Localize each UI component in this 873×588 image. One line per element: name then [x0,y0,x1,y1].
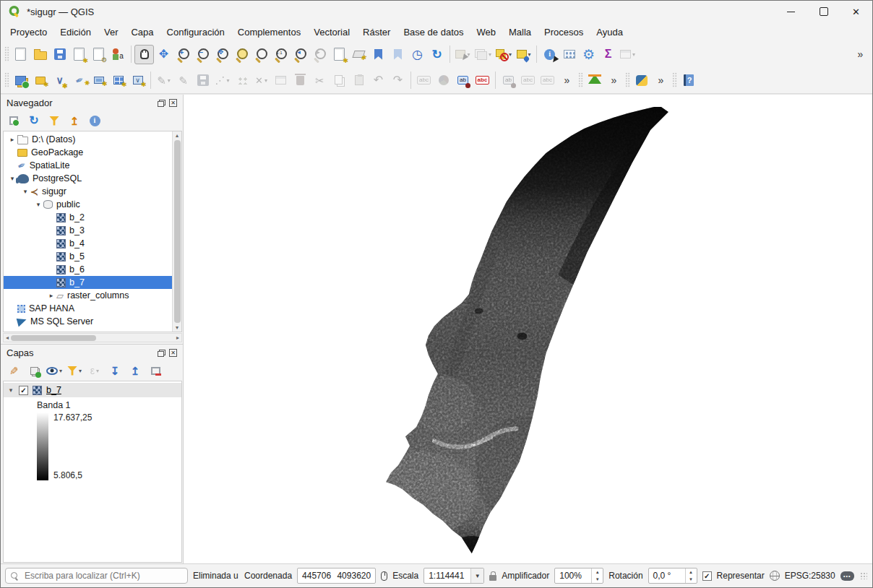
browser-collapse-all-button[interactable]: ↥ [66,113,83,129]
crs-status[interactable]: EPSG:25830 [785,571,835,581]
vertex-tool-button[interactable]: ✕▾ [251,71,271,90]
layers-remove-button[interactable] [147,363,164,379]
browser-item-b-5[interactable]: b_5 [4,250,172,263]
save-layer-edits-button[interactable] [193,71,212,90]
label-toolbar-overflow-button[interactable]: » [557,71,577,90]
minimize-icon[interactable] [775,1,807,22]
layer-diagram-options-button[interactable] [434,71,453,90]
render-checkbox[interactable]: ✓ [702,571,712,581]
temporal-controller-button[interactable]: ◷ [408,45,427,64]
layer-visibility-checkbox[interactable]: ✓ [19,386,28,395]
browser-item-b-2[interactable]: b_2 [4,211,172,224]
panel-close-icon[interactable] [169,99,177,107]
copy-features-button[interactable] [330,71,349,90]
new-project-button[interactable] [11,45,30,64]
refresh-map-button[interactable]: ↻ [427,45,447,64]
layers-collapse-all-button[interactable]: ↥ [126,363,144,379]
layers-manage-map-themes-button[interactable]: ▾ [46,363,63,379]
magnifier-value[interactable]: 100% [555,568,591,583]
layers-add-group-button[interactable] [25,363,43,379]
crs-globe-icon[interactable] [770,571,780,581]
messages-bubble-icon[interactable] [840,571,854,581]
zoom-full-button[interactable]: ✥ [212,45,232,64]
data-source-manager-button[interactable] [11,71,30,90]
save-project-button[interactable] [50,45,69,64]
menu-complementos[interactable]: Complementos [231,24,307,40]
browser-refresh-button[interactable]: ↻ [25,113,43,129]
attribute-table-button[interactable]: ▾ [618,45,637,64]
browser-item-postgresql[interactable]: ▾ PostgreSQL [4,172,172,185]
toggle-editing-button[interactable]: ✎ [173,71,193,90]
undo-button[interactable]: ↶ [369,71,388,90]
help-button[interactable]: ? [679,71,698,90]
menu-configuracion[interactable]: Configuración [160,24,231,40]
menu-edicion[interactable]: Edición [53,24,98,40]
browser-item-public[interactable]: ▾ public [4,198,172,211]
layers-open-styling-panel-button[interactable]: ✎ [5,363,22,379]
browser-horizontal-scrollbar[interactable]: ◂ ▸ [3,333,182,342]
grass-toolbar-overflow-button[interactable]: » [604,71,624,90]
select-by-location-button[interactable]: ▾ [514,45,533,64]
locator-search[interactable] [5,568,188,584]
new-spatialite-layer-button[interactable]: ✒ [69,71,89,90]
menu-ayuda[interactable]: Ayuda [590,24,629,40]
layer-item-b7[interactable]: ✓ b_7 [4,383,181,397]
zoom-to-layer-button[interactable] [251,45,271,64]
mouse-extents-icon[interactable] [381,571,387,581]
scroll-up-icon[interactable]: ▴ [176,132,179,139]
browser-item-b-4[interactable]: b_4 [4,237,172,250]
grass-tools-button[interactable] [585,71,604,90]
rotation-spinbox[interactable]: 0,0 ° ▲▼ [648,568,697,584]
new-geopackage-layer-button[interactable] [30,71,50,90]
browser-item-raster-columns[interactable]: ▸ ▱ raster_columns [4,289,172,302]
add-record-button[interactable] [232,71,251,90]
toolbar-overflow-button[interactable]: » [851,45,870,64]
zoom-native-resolution-button[interactable]: 1:1 [271,45,291,64]
identify-features-button[interactable]: i [540,45,559,64]
menu-procesos[interactable]: Procesos [538,24,590,40]
move-label-button[interactable]: abc [538,71,557,90]
zoom-last-button[interactable]: ◂ [291,45,310,64]
scroll-down-icon[interactable]: ▾ [176,324,179,331]
coordinate-value-box[interactable]: 445706 4093620 [297,568,376,584]
scroll-left-icon[interactable]: ◂ [6,334,9,341]
search-input[interactable] [23,570,182,581]
menu-vectorial[interactable]: Vectorial [307,24,356,40]
field-calculator-button[interactable] [559,45,579,64]
menu-malla[interactable]: Malla [502,24,538,40]
browser-item-geopackage[interactable]: GeoPackage [4,146,172,159]
style-manager-button[interactable]: a [108,45,128,64]
delete-selected-button[interactable] [291,71,310,90]
new-print-layout-button[interactable] [69,45,89,64]
browser-item-spatialite[interactable]: ✒ SpatiaLite [4,159,172,172]
layers-filter-legend-button[interactable]: ▾ [66,363,83,379]
new-mesh-layer-button[interactable]: ∨ [128,71,147,90]
browser-item-ms-sql-server[interactable]: MS SQL Server [4,315,172,328]
layer-labeling-options-button[interactable]: abc [414,71,434,90]
scale-combo[interactable]: 1:114441 ▼ [423,568,484,584]
processing-toolbox-button[interactable]: ⚙ [579,45,598,64]
current-edits-button[interactable]: ✎▾ [154,71,173,90]
layers-filter-expression-button[interactable]: ε▾ [86,363,103,379]
python-console-button[interactable] [632,71,651,90]
new-temporary-scratch-layer-button[interactable] [89,71,108,90]
browser-properties-button[interactable]: i [86,113,103,129]
layer-name[interactable]: b_7 [46,385,61,395]
cut-features-button[interactable]: ✂ [310,71,330,90]
maximize-icon[interactable] [807,1,840,22]
show-spatial-bookmarks-button[interactable] [388,45,408,64]
zoom-next-button[interactable]: ▸ [310,45,330,64]
browser-item-d-datos[interactable]: ▸ D:\ (Datos) [4,133,172,146]
statistical-summary-button[interactable]: Σ [598,45,618,64]
show-hidden-labels-button[interactable]: abc [518,71,538,90]
scrollbar-thumb[interactable] [174,140,181,323]
menu-capa[interactable]: Capa [124,24,160,40]
browser-item-sigugr[interactable]: ▾ ≺ sigugr [4,185,172,198]
browser-item-b-3[interactable]: b_3 [4,224,172,237]
layer-expander-icon[interactable] [7,386,14,394]
menu-ver[interactable]: Ver [98,24,125,40]
select-features-button[interactable]: ▾ [453,45,473,64]
new-3d-map-view-button[interactable] [349,45,369,64]
menu-base-de-datos[interactable]: Base de datos [397,24,470,40]
menu-proyecto[interactable]: Proyecto [4,24,53,40]
